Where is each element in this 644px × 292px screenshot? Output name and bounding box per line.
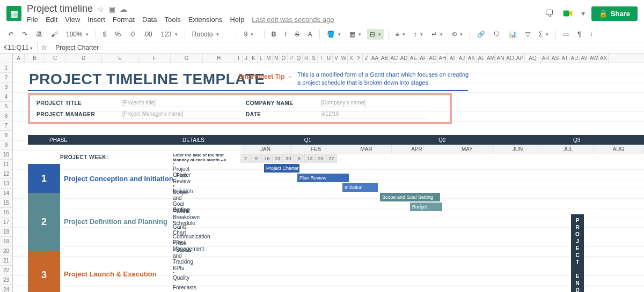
tb-extra-1[interactable]: ▭ — [560, 29, 572, 40]
zoom-select[interactable]: 100% — [63, 29, 91, 40]
row-header-8[interactable]: 8 — [0, 131, 12, 140]
date-value[interactable]: 3/12/18 — [321, 111, 428, 118]
row-header-3[interactable]: 3 — [0, 83, 12, 92]
col-header-U[interactable]: U — [325, 54, 333, 63]
row-header-15[interactable]: 15 — [0, 198, 12, 208]
col-header-Q[interactable]: Q — [295, 54, 303, 63]
col-header-AE[interactable]: AE — [409, 54, 419, 63]
col-header-L[interactable]: L — [258, 54, 265, 63]
wrap-button[interactable]: ↵ — [429, 29, 445, 40]
col-header-AC[interactable]: AC — [390, 54, 399, 63]
col-header-W[interactable]: W — [340, 54, 348, 63]
col-header-AW[interactable]: AW — [589, 54, 599, 63]
col-header-AQ[interactable]: AQ — [525, 54, 541, 63]
col-header-AN[interactable]: AN — [496, 54, 506, 63]
menu-insert[interactable]: Insert — [87, 16, 105, 24]
col-header-C[interactable]: C — [45, 54, 65, 63]
fill-color-button[interactable]: 🪣 — [324, 29, 343, 40]
col-header-AH[interactable]: AH — [438, 54, 448, 63]
decrease-decimal-button[interactable]: .0 — [127, 29, 137, 40]
col-header-O[interactable]: O — [280, 54, 288, 63]
borders-button[interactable]: ▦ — [347, 29, 364, 40]
gantt-bar[interactable]: Scope and Goal Setting — [380, 193, 440, 201]
halign-button[interactable]: ≡ — [393, 29, 408, 40]
col-header-AK[interactable]: AK — [467, 54, 477, 63]
formula-input[interactable]: Project Charter — [51, 42, 103, 53]
text-color-button[interactable]: A — [305, 29, 315, 40]
tb-extra-2[interactable]: ¶ — [575, 29, 583, 40]
row-header-24[interactable]: 24 — [0, 285, 12, 292]
row-header-17[interactable]: 17 — [0, 218, 12, 227]
sheets-app-icon[interactable]: ▦ — [6, 6, 21, 21]
merge-button[interactable]: ⊟ — [367, 29, 384, 40]
menu-view[interactable]: View — [65, 16, 80, 24]
strike-button[interactable]: S — [292, 29, 302, 40]
percent-button[interactable]: % — [112, 29, 123, 40]
col-header-K[interactable]: K — [250, 54, 258, 63]
col-header-X[interactable]: X — [348, 54, 355, 63]
row-header-1[interactable]: 1 — [0, 63, 12, 73]
last-edit-label[interactable]: Last edit was seconds ago — [252, 16, 334, 24]
project-title-value[interactable]: [Project's title] — [122, 100, 240, 107]
col-header-AS[interactable]: AS — [551, 54, 560, 63]
spreadsheet-canvas[interactable]: PROJECT TIMELINE TEMPLATE Smartsheet Tip… — [13, 63, 644, 292]
row-header-16[interactable]: 16 — [0, 208, 12, 218]
col-header-AX[interactable]: AX — [599, 54, 609, 63]
col-header-I[interactable]: I — [235, 54, 243, 63]
menu-extensions[interactable]: Extensions — [188, 16, 223, 24]
number-format-select[interactable]: 123 — [158, 29, 180, 40]
row-header-18[interactable]: 18 — [0, 227, 12, 237]
col-header-A[interactable]: A — [13, 54, 25, 63]
font-select[interactable]: Roboto — [189, 29, 232, 40]
row-header-9[interactable]: 9 — [0, 140, 12, 150]
col-header-AD[interactable]: AD — [399, 54, 409, 63]
menu-edit[interactable]: Edit — [46, 16, 57, 24]
col-header-AJ[interactable]: AJ — [457, 54, 467, 63]
col-header-Z[interactable]: Z — [363, 54, 370, 63]
currency-button[interactable]: $ — [100, 29, 109, 40]
col-header-H[interactable]: H — [203, 54, 235, 63]
tb-extra-3[interactable]: ⫶ — [587, 29, 596, 40]
bold-button[interactable]: B — [269, 29, 279, 40]
col-header-G[interactable]: G — [171, 54, 203, 63]
col-header-P[interactable]: P — [288, 54, 295, 63]
row-header-12[interactable]: 12 — [0, 169, 12, 179]
col-header-AB[interactable]: AB — [380, 54, 390, 63]
col-header-M[interactable]: M — [265, 54, 273, 63]
col-header-AA[interactable]: AA — [370, 54, 380, 63]
gantt-bar[interactable]: Budget — [410, 203, 442, 211]
project-manager-value[interactable]: [Project Manager's name] — [122, 111, 240, 118]
filter-button[interactable]: ▽ — [523, 29, 533, 40]
row-header-10[interactable]: 10 — [0, 150, 12, 160]
menu-data[interactable]: Data — [142, 16, 157, 24]
col-header-AT[interactable]: AT — [560, 54, 570, 63]
name-box[interactable]: K11:Q11 — [0, 42, 38, 53]
col-header-AF[interactable]: AF — [419, 54, 428, 63]
undo-button[interactable]: ↶ — [5, 29, 16, 40]
col-header-AO[interactable]: AO — [506, 54, 515, 63]
functions-button[interactable]: Σ — [536, 29, 551, 40]
col-header-AP[interactable]: AP — [515, 54, 525, 63]
row-header-19[interactable]: 19 — [0, 237, 12, 246]
row-header-6[interactable]: 6 — [0, 111, 12, 121]
company-name-value[interactable]: [Company's name] — [321, 100, 428, 107]
gantt-bar[interactable]: Project Charter — [264, 164, 299, 173]
print-button[interactable]: 🖶 — [33, 29, 45, 40]
menu-help[interactable]: Help — [230, 16, 244, 24]
col-header-E[interactable]: E — [102, 54, 138, 63]
col-header-T[interactable]: T — [318, 54, 325, 63]
row-header-21[interactable]: 21 — [0, 256, 12, 266]
col-header-D[interactable]: D — [65, 54, 102, 63]
col-header-AI[interactable]: AI — [448, 54, 457, 63]
row-header-4[interactable]: 4 — [0, 92, 12, 102]
star-icon[interactable]: ☆ — [97, 5, 104, 13]
menu-file[interactable]: File — [27, 16, 38, 24]
meet-icon[interactable] — [561, 6, 575, 20]
link-button[interactable]: 🔗 — [474, 29, 488, 40]
row-header-22[interactable]: 22 — [0, 266, 12, 275]
row-header-13[interactable]: 13 — [0, 179, 12, 189]
col-header-B[interactable]: B — [25, 54, 45, 63]
chart-button[interactable]: 📊 — [506, 29, 519, 40]
row-header-7[interactable]: 7 — [0, 121, 12, 131]
row-header-14[interactable]: 14 — [0, 189, 12, 198]
